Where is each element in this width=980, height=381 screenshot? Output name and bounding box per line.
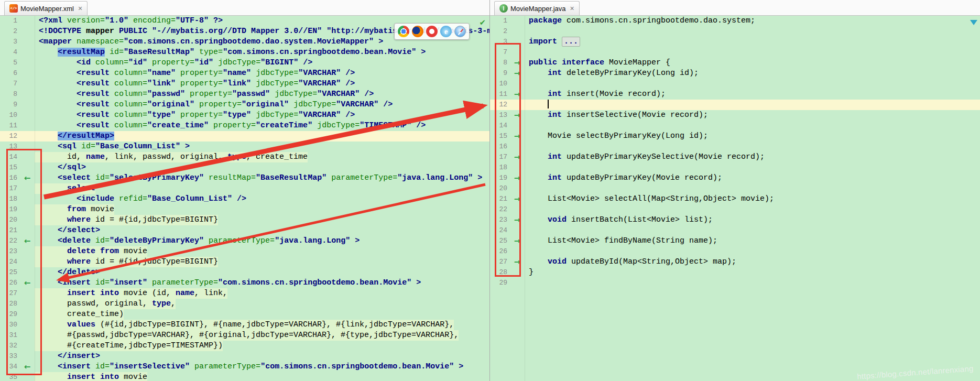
- code-line[interactable]: 29: [490, 278, 980, 288]
- code-line[interactable]: 11 <result column="create_time" property…: [0, 121, 489, 131]
- code-line[interactable]: 8→public interface MovieMapper {: [490, 58, 980, 68]
- code-text: values (#{id,jdbcType=BIGINT}, #{name,jd…: [35, 320, 454, 330]
- code-line[interactable]: 23→ void insertBatch(List<Movie> list);: [490, 215, 980, 225]
- code-line[interactable]: 29 create_time): [0, 309, 489, 320]
- tab-moviemapper-java[interactable]: I MovieMapper.java ×: [494, 1, 580, 15]
- code-line[interactable]: 3import ...: [490, 37, 980, 47]
- code-line[interactable]: 4 <resultMap id="BaseResultMap" type="co…: [0, 47, 489, 58]
- code-line[interactable]: 27 insert into movie (id, name, link,: [0, 288, 489, 299]
- code-line[interactable]: 15 </sql>: [0, 162, 489, 173]
- code-line[interactable]: 20 where id = #{id,jdbcType=BIGINT}: [0, 215, 489, 225]
- mybatis-nav-arrow-icon[interactable]: →: [510, 89, 525, 100]
- code-line[interactable]: 28}: [490, 267, 980, 278]
- code-line[interactable]: 23 delete from movie: [0, 246, 489, 257]
- mybatis-nav-arrow-icon[interactable]: ←: [20, 362, 35, 372]
- mybatis-nav-arrow-icon[interactable]: ←: [20, 236, 35, 246]
- code-line[interactable]: 18: [490, 162, 980, 173]
- code-text: <?xml version="1.0" encoding="UTF-8" ?>: [35, 16, 223, 26]
- code-line[interactable]: 17 select: [0, 183, 489, 194]
- code-line[interactable]: 1package com.simons.cn.springbootdemo.da…: [490, 16, 980, 26]
- code-line[interactable]: 20: [490, 183, 980, 194]
- mybatis-nav-arrow-icon[interactable]: →: [510, 236, 525, 246]
- code-text: }: [525, 267, 533, 278]
- code-line[interactable]: 31 #{passwd,jdbcType=VARCHAR}, #{origina…: [0, 330, 489, 341]
- code-text: insert into movie (id, name, link,: [35, 288, 227, 299]
- mybatis-nav-arrow-icon[interactable]: →: [510, 257, 525, 267]
- code-text: void insertBatch(List<Movie> list);: [525, 215, 713, 225]
- line-number: 27: [490, 257, 510, 267]
- line-number: 29: [0, 309, 20, 320]
- code-line[interactable]: 26← <insert id="insert" parameterType="c…: [0, 278, 489, 288]
- close-tab-icon[interactable]: ×: [78, 4, 82, 13]
- code-line[interactable]: 14: [490, 121, 980, 131]
- mybatis-nav-arrow-icon[interactable]: →: [510, 152, 525, 162]
- mybatis-nav-arrow-icon[interactable]: →: [510, 173, 525, 183]
- line-number: 13: [0, 141, 20, 152]
- line-number: 1: [0, 16, 20, 26]
- code-line[interactable]: 2: [490, 26, 980, 37]
- code-line[interactable]: 30 values (#{id,jdbcType=BIGINT}, #{name…: [0, 320, 489, 330]
- code-line[interactable]: 10 <result column="type" property="type"…: [0, 110, 489, 121]
- code-line[interactable]: 7 <result column="link" property="link" …: [0, 79, 489, 89]
- ie-icon[interactable]: [440, 26, 452, 37]
- code-line[interactable]: 5 <id column="id" property="id" jdbcType…: [0, 58, 489, 68]
- code-line[interactable]: 22← <delete id="deleteByPrimaryKey" para…: [0, 236, 489, 246]
- code-line[interactable]: 18 <include refid="Base_Column_List" />: [0, 194, 489, 204]
- mybatis-nav-arrow-icon[interactable]: →: [510, 131, 525, 141]
- gutter-space: [510, 37, 525, 47]
- code-text: from movie: [35, 204, 114, 215]
- close-tab-icon[interactable]: ×: [570, 4, 574, 13]
- mybatis-nav-arrow-icon[interactable]: →: [510, 110, 525, 121]
- code-line[interactable]: 33 </insert>: [0, 351, 489, 362]
- line-number: 7: [490, 47, 510, 58]
- code-line[interactable]: 24: [490, 225, 980, 236]
- safari-icon[interactable]: [454, 26, 466, 37]
- code-line[interactable]: 10: [490, 79, 980, 89]
- code-line[interactable]: 35 insert into movie: [0, 372, 489, 381]
- opera-icon[interactable]: [426, 26, 438, 37]
- java-editor[interactable]: 1package com.simons.cn.springbootdemo.da…: [490, 16, 980, 381]
- code-line[interactable]: 9 <result column="original" property="or…: [0, 100, 489, 110]
- code-line[interactable]: 25→ List<Movie> findByName(String name);: [490, 236, 980, 246]
- mybatis-nav-arrow-icon[interactable]: →: [510, 68, 525, 79]
- code-line[interactable]: 19→ int updateByPrimaryKey(Movie record)…: [490, 173, 980, 183]
- mybatis-nav-arrow-icon[interactable]: →: [510, 194, 525, 204]
- line-number: 26: [0, 278, 20, 288]
- code-line[interactable]: 21→ List<Movie> selectAll(Map<String,Obj…: [490, 194, 980, 204]
- tab-moviemapper-xml[interactable]: </> MovieMapper.xml ×: [4, 1, 88, 15]
- mybatis-nav-arrow-icon[interactable]: ←: [20, 278, 35, 288]
- code-text: <select id="selectByPrimaryKey" resultMa…: [35, 173, 482, 183]
- code-line[interactable]: 13 <sql id="Base_Column_List" >: [0, 141, 489, 152]
- left-tab-bar: </> MovieMapper.xml ×: [0, 0, 489, 16]
- code-line[interactable]: 34← <insert id="insertSelective" paramet…: [0, 362, 489, 372]
- code-line[interactable]: 6 <result column="name" property="name" …: [0, 68, 489, 79]
- mybatis-nav-arrow-icon[interactable]: →: [510, 58, 525, 68]
- code-line[interactable]: 26: [490, 246, 980, 257]
- code-line[interactable]: 19 from movie: [0, 204, 489, 215]
- code-line[interactable]: 25 </delete>: [0, 267, 489, 278]
- chrome-icon[interactable]: [398, 26, 409, 37]
- code-line[interactable]: 22: [490, 204, 980, 215]
- code-line[interactable]: 9→ int deleteByPrimaryKey(Long id);: [490, 68, 980, 79]
- code-line[interactable]: 17→ int updateByPrimaryKeySelective(Movi…: [490, 152, 980, 162]
- code-line[interactable]: 16: [490, 141, 980, 152]
- firefox-icon[interactable]: [412, 26, 423, 37]
- code-line[interactable]: 11→ int insert(Movie record);: [490, 89, 980, 100]
- code-line[interactable]: 16← <select id="selectByPrimaryKey" resu…: [0, 173, 489, 183]
- code-line[interactable]: 12 </resultMap>: [0, 131, 489, 141]
- inspection-ok-icon[interactable]: ✔: [479, 18, 486, 27]
- code-line[interactable]: 21 </select>: [0, 225, 489, 236]
- code-line[interactable]: 28 passwd, original, type,: [0, 299, 489, 309]
- code-line[interactable]: 24 where id = #{id,jdbcType=BIGINT}: [0, 257, 489, 267]
- code-line[interactable]: 14 id, name, link, passwd, original, typ…: [0, 152, 489, 162]
- mybatis-nav-arrow-icon[interactable]: ←: [20, 173, 35, 183]
- code-line[interactable]: 7: [490, 47, 980, 58]
- code-line[interactable]: 27→ void updateById(Map<String,Object> m…: [490, 257, 980, 267]
- code-line[interactable]: 32 #{createTime,jdbcType=TIMESTAMP}): [0, 341, 489, 351]
- code-line[interactable]: 13→ int insertSelective(Movie record);: [490, 110, 980, 121]
- code-line[interactable]: 8 <result column="passwd" property="pass…: [0, 89, 489, 100]
- code-line[interactable]: 12: [490, 100, 980, 110]
- xml-editor[interactable]: 1<?xml version="1.0" encoding="UTF-8" ?>…: [0, 16, 489, 381]
- mybatis-nav-arrow-icon[interactable]: →: [510, 215, 525, 225]
- code-line[interactable]: 15→ Movie selectByPrimaryKey(Long id);: [490, 131, 980, 141]
